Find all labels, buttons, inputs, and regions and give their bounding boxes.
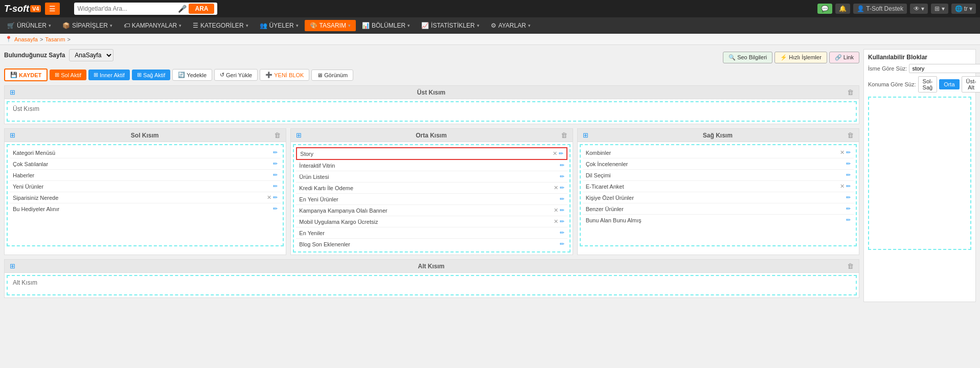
edit-icon[interactable]: ✏ [273, 172, 278, 178]
widget-dil-secimi[interactable]: Dil Seçimi ✏ [583, 170, 854, 181]
logo: T-soft V4 [4, 4, 41, 14]
position-orta-button[interactable]: Orta [939, 79, 959, 89]
geri-yukle-button[interactable]: ↺ Geri Yükle [214, 69, 258, 81]
widget-mobil-kargo[interactable]: Mobil Uygulama Kargo Ücretsiz ✕ ✏ [296, 216, 567, 227]
edit-icon[interactable]: ✏ [846, 194, 851, 201]
nav-kategoriler[interactable]: ☰ KATEGORİLER ▾ [188, 20, 253, 31]
sol-kisim-delete-icon[interactable]: 🗑 [274, 131, 281, 139]
yedekle-button[interactable]: 🔄 Yedekle [172, 69, 212, 81]
name-filter-input[interactable] [909, 64, 980, 73]
widget-e-ticaret-anket[interactable]: E-Ticaret Anket ✕ ✏ [583, 181, 854, 192]
widget-kampanya-banner[interactable]: Kampanya Kampanya Olalı Banner ✕ ✏ [296, 205, 567, 216]
edit-icon[interactable]: ✏ [560, 241, 564, 247]
widget-bu-hediyeler[interactable]: Bu Hediyeler Alınır ✏ [10, 203, 281, 214]
edit-icon[interactable]: ✏ [560, 173, 564, 180]
edit-icon[interactable]: ✏ [560, 207, 564, 214]
edit-icon[interactable]: ✏ [846, 217, 851, 223]
widget-kredi-karti[interactable]: Kredi Kartı İle Odeme ✕ ✏ [296, 182, 567, 194]
edit-icon[interactable]: ✏ [273, 183, 278, 190]
widget-cok-satilanlar[interactable]: Çok Satılanlar ✏ [10, 158, 281, 170]
widget-bunu-alan[interactable]: Bunu Alan Bunu Almış ✏ [583, 215, 854, 225]
ust-kisim-delete-icon[interactable]: 🗑 [847, 88, 854, 96]
nav-urunler[interactable]: 🛒 ÜRÜNLER ▾ [2, 20, 56, 31]
delete-icon[interactable]: ✕ [267, 194, 271, 201]
nav-bolumler[interactable]: 📊 BÖLÜMLER ▾ [357, 20, 415, 31]
seo-button[interactable]: 🔍 Seo Bilgileri [723, 52, 772, 63]
sag-kisim-title: Sağ Kısım [588, 132, 847, 139]
gorunum-button[interactable]: 🖥 Görünüm [311, 70, 353, 81]
widget-en-yeni-urunler[interactable]: En Yeni Ürünler ✏ [296, 194, 567, 205]
nav-ayarlar[interactable]: ⚙ AYARLAR ▾ [486, 20, 536, 31]
widget-kombinler[interactable]: Kombinler ✕ ✏ [583, 147, 854, 158]
yeni-blok-button[interactable]: ➕ YENİ BLOK [260, 69, 309, 81]
edit-icon[interactable]: ✏ [846, 160, 851, 167]
nav-tasarim[interactable]: 🎨 TASARIM ▾ [305, 20, 356, 31]
search-button[interactable]: ARA [189, 4, 214, 14]
edit-icon[interactable]: ✏ [273, 194, 278, 201]
page-selector-dropdown[interactable]: AnaSayfa [69, 49, 113, 61]
orta-kisim-delete-icon[interactable]: 🗑 [561, 131, 567, 139]
widget-urun-listesi[interactable]: Ürün Listesi ✏ [296, 171, 567, 182]
edit-icon[interactable]: ✏ [560, 162, 564, 169]
delete-icon[interactable]: ✕ [840, 183, 845, 190]
edit-icon[interactable]: ✏ [846, 172, 851, 178]
widget-blog-son-eklenenler[interactable]: Blog Son Eklenenler ✏ [296, 239, 567, 249]
search-input[interactable] [77, 5, 176, 12]
delete-icon[interactable]: ✕ [554, 218, 558, 225]
chat-button[interactable]: 💬 [817, 4, 832, 14]
widget-benzer-urunler[interactable]: Benzer Ürünler ✏ [583, 203, 854, 215]
edit-icon[interactable]: ✏ [273, 160, 278, 167]
edit-icon[interactable]: ✏ [846, 149, 851, 156]
widget-story[interactable]: Story ✕ ✏ [296, 147, 567, 160]
widget-yeni-urunler[interactable]: Yeni Ürünler ✏ [10, 181, 281, 192]
delete-icon[interactable]: ✕ [840, 149, 845, 156]
widget-siparisiniz-nerede[interactable]: Siparisiniz Nerede ✕ ✏ [10, 192, 281, 203]
mic-icon[interactable]: 🎤 [178, 5, 187, 13]
eye-button[interactable]: 👁 ▾ [910, 4, 928, 14]
link-button[interactable]: 🔗 Link [829, 52, 859, 63]
grid-button[interactable]: ⊞ ▾ [931, 4, 948, 14]
edit-icon[interactable]: ✏ [560, 218, 564, 225]
breadcrumb-home[interactable]: Anasayfa [14, 36, 38, 42]
delete-icon[interactable]: ✕ [554, 207, 558, 214]
delete-icon[interactable]: ✕ [553, 150, 557, 157]
inner-aktif-button[interactable]: ⊞ Inner Aktif [88, 70, 130, 80]
grid-sol-col-icon: ⊞ [10, 131, 15, 139]
edit-icon[interactable]: ✏ [273, 149, 278, 156]
edit-icon[interactable]: ✏ [560, 196, 564, 202]
edit-icon[interactable]: ✏ [560, 229, 564, 236]
nav-uyeler[interactable]: 👥 ÜYELER ▾ [255, 20, 304, 31]
sol-aktif-button[interactable]: ⊞ Sol Aktif [50, 70, 86, 80]
delete-icon[interactable]: ✕ [554, 185, 558, 191]
bell-button[interactable]: 🔔 [835, 4, 850, 14]
edit-icon[interactable]: ✏ [846, 183, 851, 190]
ust-kisim-header: ⊞ Üst Kısım 🗑 [5, 86, 859, 99]
edit-icon[interactable]: ✏ [846, 205, 851, 212]
nav-kampanyalar[interactable]: 🏷 KAMPANYALAR ▾ [119, 20, 187, 31]
grid-sag-col-icon: ⊞ [583, 131, 588, 139]
support-button[interactable]: 👤 T-Soft Destek [853, 4, 907, 14]
widget-cok-incelenenler[interactable]: Çok İncelenenler ✏ [583, 158, 854, 170]
position-sol-sag-button[interactable]: Sol-Sağ [918, 76, 938, 93]
widget-kategori-menusu[interactable]: Kategori Menüsü ✏ [10, 147, 281, 158]
save-button[interactable]: 💾 KAYDET [4, 68, 48, 81]
nav-siparisler[interactable]: 📦 SİPARİŞLER ▾ [57, 20, 118, 31]
edit-icon[interactable]: ✏ [560, 185, 564, 191]
lang-button[interactable]: 🌐 tr ▾ [951, 4, 976, 14]
breadcrumb-tasarim[interactable]: Tasarım [45, 36, 65, 42]
widget-interaktif-vitrin[interactable]: İnteraktif Vitrin ✏ [296, 160, 567, 171]
sag-aktif-button[interactable]: ⊞ Sağ Aktif [132, 70, 170, 80]
nav-istatistikler[interactable]: 📈 İSTATİSTİKLER ▾ [416, 20, 485, 31]
widget-haberler[interactable]: Haberler ✏ [10, 170, 281, 181]
cart-icon: 🛒 [7, 22, 15, 29]
widget-en-yeniler[interactable]: En Yeniler ✏ [296, 227, 567, 239]
widget-kisiye-ozel[interactable]: Kişiye Özel Ürünler ✏ [583, 192, 854, 203]
hamburger-button[interactable]: ☰ [45, 3, 60, 15]
position-ust-alt-button[interactable]: Üst-Alt [962, 76, 980, 93]
sag-kisim-delete-icon[interactable]: 🗑 [847, 131, 854, 139]
hizli-button[interactable]: ⚡ Hızlı İşlemler [774, 52, 827, 63]
sag-kisim-panel: ⊞ Sağ Kısım 🗑 Kombinler ✕ ✏ Çok İncelene… [577, 128, 859, 255]
alt-kisim-delete-icon[interactable]: 🗑 [847, 262, 854, 270]
edit-icon[interactable]: ✏ [559, 150, 563, 157]
edit-icon[interactable]: ✏ [273, 205, 278, 212]
